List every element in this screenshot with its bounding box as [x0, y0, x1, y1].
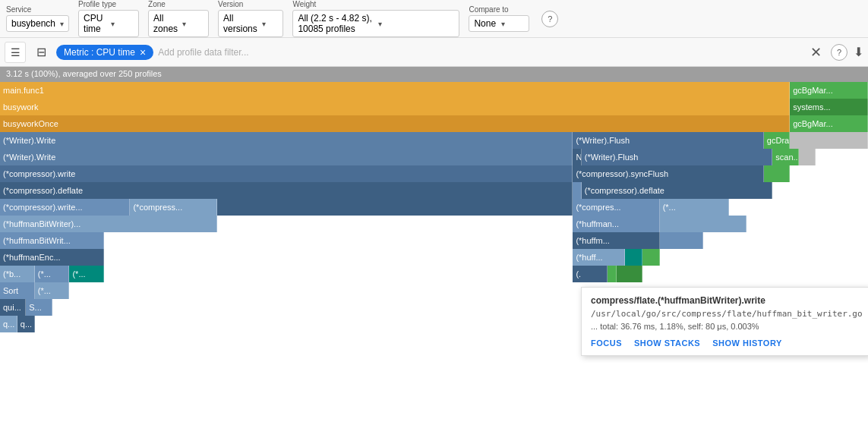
flame-block-9-0[interactable]: (*huffmanBitWrit...: [0, 232, 104, 249]
flame-block-4-1[interactable]: N...: [573, 149, 581, 165]
flame-row-7: (*compressor).write...(*compress...(*com…: [0, 199, 868, 216]
flame-block-3-1[interactable]: (*Writer).Flush: [573, 132, 763, 149]
filter-input[interactable]: Add profile data filter...: [158, 47, 806, 58]
metric-chip-close-icon[interactable]: ×: [140, 47, 146, 58]
flame-block-14-0[interactable]: q...: [0, 316, 17, 332]
metric-chip[interactable]: Metric : CPU time ×: [56, 45, 153, 60]
flame-block-12-0[interactable]: Sort: [0, 282, 35, 299]
flame-block-11-0[interactable]: (*b...: [0, 266, 35, 282]
zone-dropdown-group: Zone All zones ▾: [148, 0, 209, 37]
service-label: Service: [6, 5, 69, 14]
weight-arrow: ▾: [378, 20, 454, 28]
flame-block-5-1[interactable]: (*compressor).syncFlush: [573, 165, 763, 182]
compare-dropdown[interactable]: None ▾: [469, 15, 529, 32]
flame-block-7-3[interactable]: (*compres...: [573, 199, 659, 216]
second-toolbar: ☰ ⊟ Metric : CPU time × Add profile data…: [0, 38, 868, 67]
weight-label: Weight: [292, 0, 459, 8]
flame-block-5-0[interactable]: (*compressor).write: [0, 165, 573, 182]
flame-block-10-3[interactable]: [642, 249, 660, 266]
version-label: Version: [218, 0, 283, 8]
version-value: All versions: [223, 13, 257, 34]
flame-block-0-1[interactable]: gcBgMar...: [790, 82, 868, 99]
flame-block-11-3[interactable]: (.: [573, 266, 608, 282]
flame-block-7-1[interactable]: (*compress...: [130, 199, 216, 216]
top-toolbar: Service busybench ▾ Profile type CPU tim…: [0, 0, 868, 38]
flame-block-6-0[interactable]: (*compressor).deflate: [0, 182, 573, 199]
flame-row-5: (*compressor).write(*compressor).syncFlu…: [0, 165, 868, 182]
filter-icon-button[interactable]: ⊟: [30, 42, 52, 63]
flame-block-14-1[interactable]: q...: [17, 316, 35, 332]
flame-block-9-1[interactable]: (*huffm...: [573, 232, 659, 249]
flame-block-12-1[interactable]: (*...: [35, 282, 70, 299]
flame-row-0: main.func1gcBgMar...: [0, 82, 868, 99]
version-dropdown[interactable]: All versions ▾: [218, 10, 283, 37]
tooltip-action-show-stacks[interactable]: SHOW STACKS: [634, 338, 700, 348]
flame-row-1: busyworksystems...: [0, 99, 868, 115]
flame-block-7-0[interactable]: (*compressor).write...: [0, 199, 130, 216]
service-value: busybench: [11, 18, 55, 29]
download-button[interactable]: ⬇: [854, 45, 863, 59]
flame-block-3-2[interactable]: gcDrain: [764, 132, 790, 149]
flame-block-0-0[interactable]: main.func1: [0, 82, 790, 99]
version-arrow: ▾: [262, 20, 279, 28]
flame-block-7-4[interactable]: (*...: [660, 199, 729, 216]
flame-block-9-2[interactable]: [660, 232, 703, 249]
flame-block-1-0[interactable]: busywork: [0, 99, 790, 115]
list-view-button[interactable]: ☰: [5, 42, 26, 63]
flamegraph-container: 3.12 s (100%), averaged over 250 profile…: [0, 67, 868, 425]
profile-type-label: Profile type: [78, 0, 139, 8]
flame-block-4-3[interactable]: scan...: [772, 149, 798, 165]
flame-block-4-0[interactable]: (*Writer).Write: [0, 149, 573, 165]
flame-block-6-1[interactable]: [573, 182, 581, 199]
metric-chip-label: Metric : CPU time: [64, 47, 135, 58]
flame-block-10-2[interactable]: [625, 249, 642, 266]
tooltip-action-show-history[interactable]: SHOW HISTORY: [712, 338, 782, 348]
service-dropdown-group: Service busybench ▾: [6, 5, 69, 32]
flame-block-13-1[interactable]: S...: [26, 299, 52, 316]
close-button[interactable]: ✕: [810, 44, 822, 61]
flame-row-10: (*huffmanEnc...(*huff...: [0, 249, 868, 266]
flame-block-10-0[interactable]: (*huffmanEnc...: [0, 249, 104, 266]
flame-block-1-1[interactable]: systems...: [790, 99, 868, 115]
zone-dropdown[interactable]: All zones ▾: [148, 10, 209, 37]
flame-block-11-1[interactable]: (*...: [35, 266, 70, 282]
top-help-button[interactable]: ?: [541, 11, 558, 27]
flame-block-4-2[interactable]: (*Writer).Flush: [582, 149, 772, 165]
filter-icon: ⊟: [36, 45, 46, 59]
flame-block-8-0[interactable]: (*huffmanBitWriter)...: [0, 216, 217, 232]
flame-block-10-1[interactable]: (*huff...: [573, 249, 625, 266]
flame-block-13-0[interactable]: qui...: [0, 299, 26, 316]
flame-block-11-2[interactable]: (*...: [69, 266, 104, 282]
flame-block-2-0[interactable]: busyworkOnce: [0, 115, 790, 132]
flame-block-5-2[interactable]: [764, 165, 790, 182]
tooltip-actions: FOCUSSHOW STACKSSHOW HISTORY: [591, 338, 860, 348]
zone-label: Zone: [148, 0, 209, 8]
flame-block-2-1[interactable]: gcBgMar...: [790, 115, 868, 132]
flame-block-4-4[interactable]: [799, 149, 816, 165]
flame-row-4: (*Writer).WriteN...(*Writer).Flushscan..…: [0, 149, 868, 165]
flame-block-11-4[interactable]: [608, 266, 616, 282]
second-help-button[interactable]: ?: [831, 44, 847, 61]
second-help-icon: ?: [837, 48, 841, 57]
flame-block-8-2[interactable]: [660, 216, 746, 232]
flame-row-3: (*Writer).Write(*Writer).FlushgcDrain: [0, 132, 868, 149]
weight-value: All (2.2 s - 4.82 s), 10085 profiles: [298, 13, 374, 34]
flame-block-3-0[interactable]: (*Writer).Write: [0, 132, 573, 149]
profile-type-dropdown[interactable]: CPU time ▾: [78, 10, 139, 37]
flame-block-8-1[interactable]: (*huffman...: [573, 216, 659, 232]
service-dropdown[interactable]: busybench ▾: [6, 15, 69, 32]
profile-type-dropdown-group: Profile type CPU time ▾: [78, 0, 139, 37]
tooltip-action-focus[interactable]: FOCUS: [591, 338, 622, 348]
tooltip-path: /usr/local/go/src/compress/flate/huffman…: [591, 309, 860, 319]
flame-block-11-5[interactable]: [617, 266, 642, 282]
flame-row-8: (*huffmanBitWriter)...(*huffman...: [0, 216, 868, 232]
weight-dropdown[interactable]: All (2.2 s - 4.82 s), 10085 profiles ▾: [292, 10, 459, 37]
flame-block-3-3[interactable]: [790, 132, 868, 149]
service-arrow: ▾: [60, 20, 64, 28]
list-icon: ☰: [11, 46, 21, 58]
zone-arrow: ▾: [182, 20, 204, 28]
flame-block-7-2[interactable]: [217, 199, 573, 216]
flame-block-6-2[interactable]: (*compressor).deflate: [582, 182, 772, 199]
compare-dropdown-group: Compare to None ▾: [469, 5, 529, 32]
toolbar-right: ✕ ? ⬇: [810, 44, 863, 61]
